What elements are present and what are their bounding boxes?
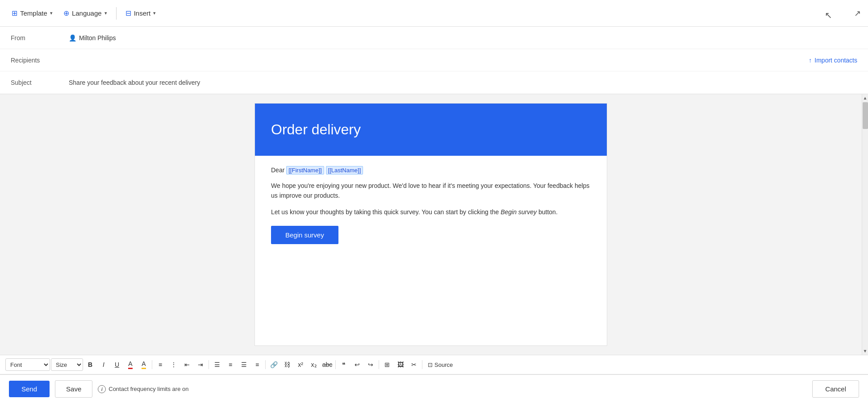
recipients-row: Recipients ↑ Import contacts <box>0 49 868 71</box>
paragraph2-italic: Begin survey <box>501 208 537 216</box>
highlight-icon: A <box>142 360 146 369</box>
language-label: Language <box>72 9 102 17</box>
info-icon: i <box>98 385 106 393</box>
bold-button[interactable]: B <box>84 358 96 371</box>
formatting-toolbar: Font Size B I U A A ≡ ⋮ ⇤ ⇥ ☰ ≡ ☰ ≡ 🔗 ⛓ … <box>0 355 868 374</box>
insert-label: Insert <box>134 9 151 17</box>
scrollbar-arrow-up[interactable]: ▲ <box>862 94 868 102</box>
fmt-sep-5 <box>379 360 379 369</box>
font-color-icon: A <box>128 360 132 369</box>
insert-icon: ⊟ <box>125 9 131 17</box>
user-icon: 👤 <box>69 34 76 42</box>
font-color-button[interactable]: A <box>124 358 137 371</box>
outdent-button[interactable]: ⇤ <box>181 358 193 371</box>
ordered-list-button[interactable]: ⋮ <box>167 358 180 371</box>
highlight-button[interactable]: A <box>138 358 150 371</box>
begin-survey-button[interactable]: Begin survey <box>271 226 338 244</box>
save-button[interactable]: Save <box>55 380 92 398</box>
source-icon: ⊡ <box>428 361 433 368</box>
align-right-button[interactable]: ☰ <box>238 358 250 371</box>
send-button[interactable]: Send <box>9 381 50 397</box>
align-center-button[interactable]: ≡ <box>224 358 237 371</box>
frequency-note: i Contact frequency limits are on <box>98 385 188 393</box>
email-header-banner: Order delivery <box>255 104 607 156</box>
cancel-button[interactable]: Cancel <box>812 380 859 398</box>
source-button[interactable]: ⊡ Source <box>424 361 456 369</box>
email-fields: From 👤 Milton Philips Recipients ↑ Impor… <box>0 27 868 94</box>
subject-label: Subject <box>11 79 69 86</box>
bottom-bar: Send Save i Contact frequency limits are… <box>0 374 868 403</box>
template-chevron: ▾ <box>50 10 53 16</box>
import-contacts-button[interactable]: ↑ Import contacts <box>809 57 857 64</box>
email-preview: Order delivery Dear [[FirstName]] [[Last… <box>255 103 607 346</box>
italic-button[interactable]: I <box>97 358 110 371</box>
survey-paragraph: Let us know your thoughts by taking this… <box>271 207 591 217</box>
cursor-icon: ↖ <box>825 10 832 21</box>
image-button[interactable]: 🖼 <box>394 358 407 371</box>
language-chevron: ▾ <box>104 10 107 16</box>
undo-button[interactable]: ↩ <box>351 358 363 371</box>
from-value: Milton Philips <box>79 34 116 42</box>
expand-button[interactable]: ↗ <box>854 8 861 18</box>
import-contacts-label: Import contacts <box>814 57 857 64</box>
body-paragraph-1: We hope you're enjoying your new product… <box>271 181 591 201</box>
font-select[interactable]: Font <box>5 358 50 371</box>
recipients-label: Recipients <box>11 57 69 64</box>
email-body-content: Dear [[FirstName]] [[LastName]] We hope … <box>255 156 607 258</box>
from-label: From <box>11 34 69 42</box>
superscript-button[interactable]: x² <box>294 358 307 371</box>
table-button[interactable]: ⊞ <box>381 358 393 371</box>
email-content-wrapper: Order delivery Dear [[FirstName]] [[Last… <box>0 94 862 355</box>
template-button[interactable]: ⊞ Template ▾ <box>7 6 57 20</box>
frequency-note-text: Contact frequency limits are on <box>108 386 188 392</box>
fmt-sep-2 <box>209 360 209 369</box>
scrollbar-arrow-down[interactable]: ▼ <box>862 347 868 355</box>
scrollbar-spacer <box>862 129 868 347</box>
subject-text: Share your feedback about your recent de… <box>69 79 200 86</box>
subject-row: Subject Share your feedback about your r… <box>0 71 868 94</box>
upload-icon: ↑ <box>809 57 812 64</box>
firstname-tag[interactable]: [[FirstName]] <box>286 166 324 174</box>
dear-text: Dear <box>271 166 284 174</box>
dear-line: Dear [[FirstName]] [[LastName]] <box>271 166 591 174</box>
paragraph2-end: button. <box>537 208 558 216</box>
language-button[interactable]: ⊕ Language ▾ <box>59 6 112 20</box>
template-icon: ⊞ <box>12 9 17 17</box>
subject-value[interactable]: Share your feedback about your recent de… <box>69 79 857 86</box>
template-label: Template <box>20 9 47 17</box>
fmt-sep-3 <box>265 360 266 369</box>
lastname-tag[interactable]: [[LastName]] <box>326 166 363 174</box>
unlink-button[interactable]: ⛓ <box>281 358 293 371</box>
align-justify-button[interactable]: ≡ <box>251 358 263 371</box>
insert-chevron: ▾ <box>153 10 156 16</box>
underline-button[interactable]: U <box>111 358 123 371</box>
source-label: Source <box>434 361 453 368</box>
scrollbar-track[interactable]: ▲ ▼ <box>862 94 868 355</box>
size-select[interactable]: Size <box>51 358 83 371</box>
fmt-sep-4 <box>335 360 336 369</box>
insert-button[interactable]: ⊟ Insert ▾ <box>121 6 161 20</box>
remove-format-button[interactable]: ✂ <box>408 358 420 371</box>
redo-button[interactable]: ↪ <box>364 358 377 371</box>
align-left-button[interactable]: ☰ <box>211 358 223 371</box>
scrollbar-thumb[interactable] <box>863 102 868 129</box>
block-quote-button[interactable]: ❝ <box>338 358 350 371</box>
email-body-area: Order delivery Dear [[FirstName]] [[Last… <box>0 94 868 355</box>
link-button[interactable]: 🔗 <box>267 358 280 371</box>
indent-button[interactable]: ⇥ <box>194 358 207 371</box>
language-icon: ⊕ <box>63 9 69 17</box>
fmt-sep-1 <box>152 360 152 369</box>
subscript-button[interactable]: x₂ <box>308 358 320 371</box>
from-row: From 👤 Milton Philips <box>0 27 868 49</box>
from-value-container: 👤 Milton Philips <box>69 34 857 42</box>
top-toolbar: ⊞ Template ▾ ⊕ Language ▾ ⊟ Insert ▾ ↖ ↗ <box>0 0 868 27</box>
toolbar-separator <box>116 7 117 20</box>
email-header-title: Order delivery <box>271 121 591 138</box>
fmt-sep-6 <box>422 360 422 369</box>
strikethrough-button[interactable]: abc <box>321 358 334 371</box>
paragraph2-start: Let us know your thoughts by taking this… <box>271 208 501 216</box>
unordered-list-button[interactable]: ≡ <box>154 358 167 371</box>
